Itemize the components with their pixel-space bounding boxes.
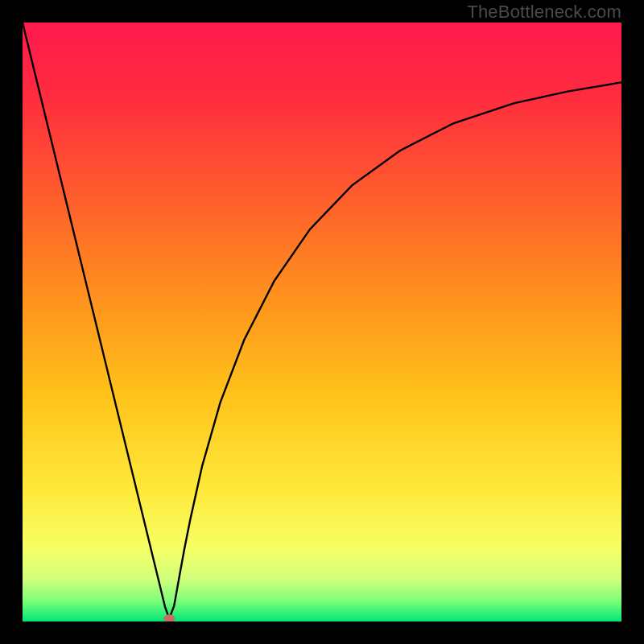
- watermark-text: TheBottleneck.com: [467, 2, 621, 23]
- gradient-background: [23, 23, 621, 621]
- plot-area: [23, 23, 621, 621]
- bottleneck-chart: [23, 23, 621, 621]
- chart-frame: TheBottleneck.com: [0, 0, 644, 644]
